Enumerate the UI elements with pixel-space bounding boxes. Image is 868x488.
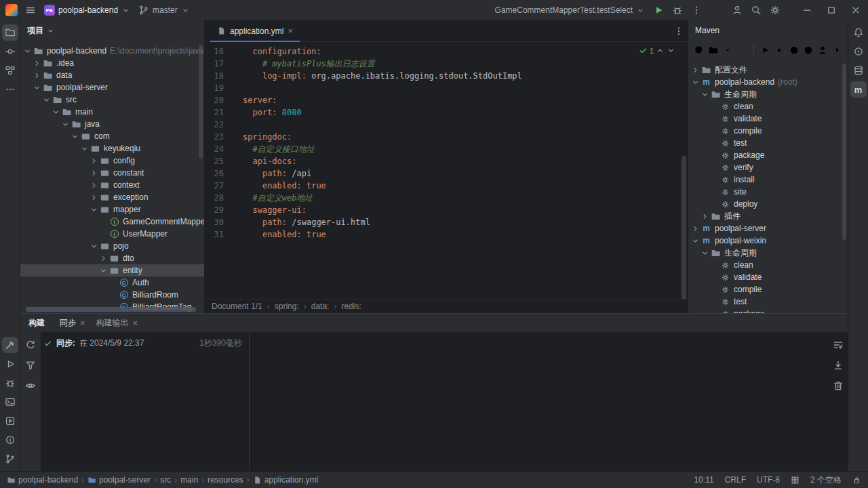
show-profiles-button[interactable] (816, 43, 829, 58)
close-tab-icon[interactable]: × (288, 26, 293, 35)
maven-item-clean[interactable]: clean (688, 100, 848, 113)
indent-widget[interactable]: 2 个空格 (810, 474, 842, 486)
maven-item-clean[interactable]: clean (688, 259, 848, 271)
status-crumb-poolpal-backend[interactable]: poolpal-backend (7, 475, 78, 485)
chevron-down-icon[interactable] (80, 144, 89, 153)
maximize-button[interactable] (819, 0, 844, 20)
next-highlight-icon[interactable] (667, 46, 675, 55)
breadcrumb-spring[interactable]: spring: (275, 302, 299, 311)
code-with-me-button[interactable] (728, 2, 746, 18)
chevron-down-icon[interactable] (90, 205, 98, 214)
project-item-gamecommentmapper[interactable]: IGameCommentMapper (20, 216, 204, 228)
tool-window-build-button[interactable] (2, 337, 18, 353)
clear-output-button[interactable] (831, 378, 846, 393)
chevron-right-icon[interactable] (90, 181, 98, 190)
project-item-pojo[interactable]: pojo (20, 240, 204, 252)
project-item-billiardroom[interactable]: CBilliardRoom (20, 289, 204, 301)
project-item-com[interactable]: com (20, 130, 204, 142)
code-editor[interactable]: 16 configuration:17 # mybatisPlus输出日志设置1… (205, 42, 688, 299)
tool-window-debug-button[interactable] (2, 375, 18, 391)
status-crumb-main[interactable]: main (180, 475, 198, 485)
maven-item-site[interactable]: site (688, 186, 848, 198)
project-item-src[interactable]: src (20, 94, 204, 106)
chevron-down-icon[interactable] (701, 90, 709, 99)
maven-item-test[interactable]: test (688, 137, 848, 149)
status-crumb-application-yml[interactable]: application.yml (253, 475, 318, 485)
chevron-down-icon[interactable] (99, 266, 108, 275)
inspections-widget[interactable]: 1 (639, 46, 675, 55)
project-widget[interactable]: PB poolpal-backend (41, 2, 134, 18)
more-actions-button[interactable] (688, 2, 705, 18)
vcs-branch-widget[interactable]: master (135, 2, 193, 18)
editor-tab-options-button[interactable] (670, 23, 688, 39)
more-tool-windows-button[interactable] (2, 81, 18, 98)
chevron-down-icon[interactable] (691, 237, 700, 245)
search-everywhere-button[interactable] (747, 2, 765, 18)
status-crumb-resources[interactable]: resources (208, 475, 243, 485)
close-tab-icon[interactable]: × (133, 319, 138, 327)
scroll-to-end-button[interactable] (831, 358, 846, 373)
build-tab-item[interactable]: 构建输出× (91, 314, 144, 332)
maven-item-validate[interactable]: validate (688, 113, 848, 125)
soft-wrap-button[interactable] (831, 338, 846, 352)
chevron-right-icon[interactable] (99, 254, 108, 263)
tool-window-maven-button[interactable]: m (850, 81, 867, 98)
maven-item-item[interactable]: 生命周期 (688, 88, 848, 100)
project-view-selector[interactable]: 项目 (27, 25, 55, 37)
project-item-exception[interactable]: exception (20, 191, 204, 203)
project-horizontal-scrollbar[interactable] (26, 307, 196, 312)
project-item-idea[interactable]: .idea (20, 57, 204, 69)
notifications-button[interactable] (850, 24, 867, 41)
chevron-down-icon[interactable] (90, 242, 98, 251)
chevron-right-icon[interactable] (33, 71, 41, 80)
project-item-main[interactable]: main (20, 106, 204, 118)
main-menu-button[interactable] (22, 2, 39, 18)
build-output-console[interactable] (250, 332, 829, 471)
project-item-config[interactable]: config (20, 155, 204, 167)
generate-sources-button[interactable] (707, 43, 719, 58)
chevron-right-icon[interactable] (90, 157, 98, 165)
filter-button[interactable] (23, 358, 38, 373)
maven-item-install[interactable]: install (688, 174, 848, 186)
maven-item-deploy[interactable]: deploy (688, 198, 848, 210)
chevron-right-icon[interactable] (90, 169, 98, 178)
project-vertical-scrollbar[interactable] (199, 45, 203, 159)
build-tab-item[interactable]: 同步× (54, 314, 91, 332)
project-item-context[interactable]: context (20, 179, 204, 191)
add-maven-project-button[interactable] (736, 43, 748, 58)
close-button[interactable] (844, 0, 868, 20)
run-maven-goal-button[interactable] (759, 43, 771, 58)
more-options-button[interactable] (831, 43, 844, 58)
tool-window-terminal-button[interactable] (2, 394, 18, 410)
resync-button[interactable] (23, 338, 38, 352)
breadcrumb-data[interactable]: data: (311, 302, 330, 311)
project-item-keyukeqiu[interactable]: keyukeqiu (20, 142, 204, 155)
reload-maven-projects-button[interactable] (692, 43, 705, 58)
sync-status-row[interactable]: 同步: 在 2024/5/9 22:37 1秒390毫秒 (43, 338, 242, 349)
project-item-usermapper[interactable]: IUserMapper (20, 228, 204, 240)
close-tab-icon[interactable]: × (80, 319, 85, 327)
editor-scrollbar[interactable] (682, 156, 686, 299)
show-output-button[interactable] (23, 378, 38, 393)
maven-item-item[interactable]: 生命周期 (688, 247, 848, 259)
status-crumb-src[interactable]: src (160, 475, 171, 485)
chevron-right-icon[interactable] (33, 59, 41, 68)
maven-item-poolpal-server[interactable]: mpoolpal-server (688, 222, 848, 235)
project-item-constant[interactable]: constant (20, 167, 204, 179)
tool-window-git-button[interactable] (2, 451, 18, 467)
chevron-down-icon[interactable] (33, 83, 41, 92)
maven-item-compile[interactable]: compile (688, 283, 848, 296)
chevron-down-icon[interactable] (701, 249, 709, 258)
chevron-down-icon[interactable] (42, 96, 51, 104)
project-item-mapper[interactable]: mapper (20, 203, 204, 216)
maven-item-package[interactable]: package (688, 308, 848, 313)
project-item-poolpal-server[interactable]: poolpal-server (20, 81, 204, 94)
breadcrumb-redis[interactable]: redis: (341, 302, 361, 311)
tool-window-problems-button[interactable] (2, 432, 18, 448)
maven-item-poolpal-weixin[interactable]: mpoolpal-weixin (688, 235, 848, 247)
maven-item-package[interactable]: package (688, 149, 848, 161)
maven-item-validate[interactable]: validate (688, 271, 848, 283)
chevron-right-icon[interactable] (691, 66, 700, 75)
tool-window-structure-button[interactable] (2, 62, 18, 79)
toggle-offline-mode-button[interactable] (802, 43, 814, 58)
